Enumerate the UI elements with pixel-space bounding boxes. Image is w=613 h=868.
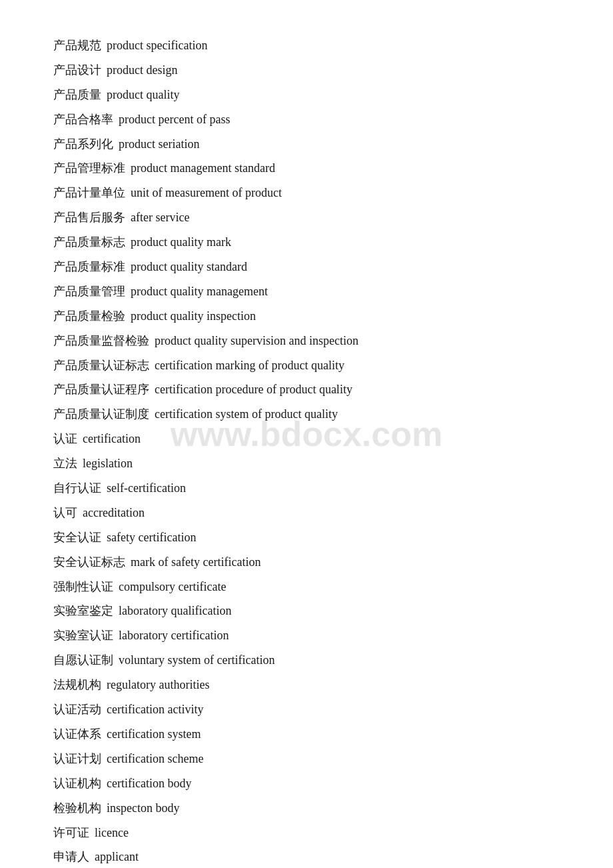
term-chinese: 产品合格率: [53, 113, 113, 126]
term-english: certification activity: [107, 703, 203, 716]
term-chinese: 产品系列化: [53, 137, 113, 151]
term-chinese: 产品质量: [53, 88, 101, 101]
list-item: 产品系列化product seriation: [53, 132, 560, 157]
term-english: regulatory authorities: [107, 678, 209, 691]
list-item: 检验机构inspecton body: [53, 796, 560, 821]
term-chinese: 认证体系: [53, 727, 101, 741]
term-chinese: 法规机构: [53, 678, 101, 691]
term-english: certification system: [107, 727, 201, 741]
term-chinese: 产品质量标准: [53, 260, 125, 273]
list-item: 认证certification: [53, 427, 560, 451]
list-item: 产品售后服务after service: [53, 205, 560, 230]
term-english: product quality management: [131, 285, 268, 298]
list-item: 认证活动certification activity: [53, 697, 560, 722]
term-chinese: 检验机构: [53, 801, 101, 815]
list-item: 安全认证safety certification: [53, 525, 560, 550]
list-item: 法规机构regulatory authorities: [53, 673, 560, 697]
list-item: 产品质量认证程序certification procedure of produ…: [53, 377, 560, 402]
term-chinese: 自行认证: [53, 481, 101, 495]
term-chinese: 产品质量管理: [53, 285, 125, 298]
list-item: 自行认证self-certification: [53, 476, 560, 501]
term-english: compulsory certificate: [119, 580, 226, 593]
term-chinese: 产品质量认证制度: [53, 407, 149, 421]
term-english: certification procedure of product quali…: [155, 383, 352, 396]
list-item: 产品质量认证标志certification marking of product…: [53, 353, 560, 378]
term-chinese: 安全认证标志: [53, 555, 125, 569]
list-item: 产品合格率product percent of pass: [53, 107, 560, 132]
term-english: product percent of pass: [119, 113, 230, 126]
list-item: 产品设计product design: [53, 58, 560, 83]
term-english: product specification: [107, 39, 207, 52]
list-item: 产品质量管理product quality management: [53, 279, 560, 304]
term-chinese: 自愿认证制: [53, 653, 113, 667]
list-item: 实验室鉴定laboratory qualification: [53, 599, 560, 623]
term-english: laboratory certification: [119, 629, 229, 642]
term-english: product quality mark: [131, 235, 231, 249]
list-item: 产品管理标准product management standard: [53, 156, 560, 181]
term-english: legislation: [83, 457, 133, 470]
term-english: product quality: [107, 88, 179, 101]
term-chinese: 认可: [53, 506, 77, 519]
term-english: certification body: [107, 777, 191, 790]
term-chinese: 实验室鉴定: [53, 604, 113, 617]
term-chinese: 产品质量认证标志: [53, 359, 149, 372]
term-english: inspecton body: [107, 801, 180, 815]
term-english: accreditation: [83, 506, 145, 519]
list-item: 产品质量监督检验product quality supervision and …: [53, 329, 560, 353]
term-chinese: 产品售后服务: [53, 211, 125, 224]
list-item: 产品质量标准product quality standard: [53, 255, 560, 279]
term-english: product quality inspection: [131, 309, 256, 323]
term-english: licence: [95, 826, 129, 839]
term-chinese: 产品质量标志: [53, 235, 125, 249]
term-english: product quality standard: [131, 260, 247, 273]
term-chinese: 实验室认证: [53, 629, 113, 642]
term-english: product seriation: [119, 137, 199, 151]
term-english: voluntary system of certification: [119, 653, 275, 667]
term-chinese: 产品计量单位: [53, 186, 125, 199]
term-english: product quality supervision and inspecti…: [155, 334, 358, 347]
list-item: 产品规范product specification: [53, 33, 560, 58]
list-item: 认可accreditation: [53, 501, 560, 525]
term-english: certification marking of product quality: [155, 359, 344, 372]
main-content: 产品规范product specification产品设计product des…: [0, 0, 613, 868]
term-english: certification scheme: [107, 752, 203, 765]
list-item: 产品质量认证制度certification system of product …: [53, 402, 560, 427]
list-item: 认证计划certification scheme: [53, 747, 560, 771]
term-chinese: 立法: [53, 457, 77, 470]
term-english: mark of safety certification: [131, 555, 261, 569]
list-item: 认证体系certification system: [53, 722, 560, 747]
term-english: product design: [107, 63, 177, 77]
term-english: after service: [131, 211, 189, 224]
list-item: 产品质量标志product quality mark: [53, 230, 560, 255]
term-chinese: 认证机构: [53, 777, 101, 790]
term-chinese: 许可证: [53, 826, 89, 839]
term-chinese: 申请人: [53, 850, 89, 863]
term-chinese: 强制性认证: [53, 580, 113, 593]
term-english: certification: [83, 432, 141, 445]
term-english: certification system of product quality: [155, 407, 338, 421]
list-item: 自愿认证制voluntary system of certification: [53, 648, 560, 673]
term-chinese: 认证活动: [53, 703, 101, 716]
list-item: 强制性认证compulsory certificate: [53, 575, 560, 599]
list-item: 安全认证标志mark of safety certification: [53, 550, 560, 575]
term-chinese: 认证: [53, 432, 77, 445]
term-chinese: 产品规范: [53, 39, 101, 52]
list-item: 产品计量单位unit of measurement of product: [53, 181, 560, 205]
term-chinese: 认证计划: [53, 752, 101, 765]
term-english: unit of measurement of product: [131, 186, 282, 199]
term-english: product management standard: [131, 161, 275, 175]
list-item: 产品质量product quality: [53, 83, 560, 107]
term-chinese: 安全认证: [53, 531, 101, 544]
term-chinese: 产品质量检验: [53, 309, 125, 323]
list-item: 立法legislation: [53, 451, 560, 476]
list-item: 申请人applicant: [53, 845, 560, 868]
term-english: laboratory qualification: [119, 604, 231, 617]
term-chinese: 产品质量监督检验: [53, 334, 149, 347]
list-item: 产品质量检验product quality inspection: [53, 304, 560, 329]
term-chinese: 产品质量认证程序: [53, 383, 149, 396]
term-english: applicant: [95, 850, 139, 863]
term-chinese: 产品管理标准: [53, 161, 125, 175]
term-chinese: 产品设计: [53, 63, 101, 77]
list-item: 实验室认证laboratory certification: [53, 623, 560, 648]
list-item: 认证机构certification body: [53, 771, 560, 796]
